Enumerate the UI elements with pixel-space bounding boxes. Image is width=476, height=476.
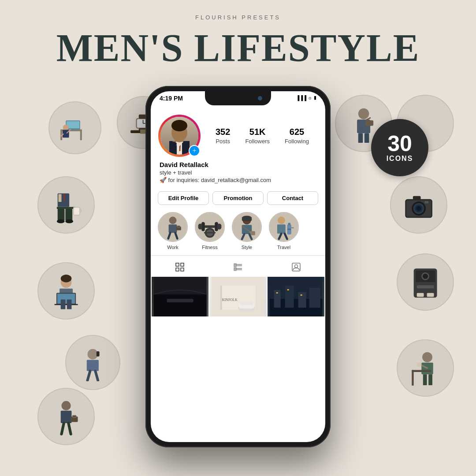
svg-rect-137 (176, 268, 179, 271)
action-buttons: Edit Profile Promotion Contact (151, 188, 325, 208)
svg-rect-160 (285, 286, 294, 308)
svg-line-86 (88, 371, 90, 380)
svg-rect-84 (97, 351, 100, 357)
svg-point-127 (278, 216, 285, 224)
highlight-work[interactable]: Work (158, 212, 188, 250)
profile-header: + 352 Posts 51K Followers 625 (151, 111, 325, 159)
phone-mockup: 4:19 PM ▐▐▐ ⌾ ▮ (145, 86, 331, 447)
badge-text: ICONS (387, 155, 413, 163)
phone-notch (205, 91, 271, 105)
svg-rect-79 (72, 415, 76, 417)
svg-rect-51 (413, 196, 421, 200)
following-count: 625 (285, 127, 309, 137)
svg-rect-138 (181, 268, 184, 271)
bio-name: David Retallack (160, 161, 316, 168)
highlight-style[interactable]: Style (232, 212, 262, 250)
svg-point-76 (61, 401, 71, 410)
photo-cell-2: KINFOLK (209, 277, 266, 316)
svg-point-5 (63, 125, 69, 131)
svg-rect-65 (61, 299, 66, 309)
status-icons: ▐▐▐ ⌾ ▮ (296, 95, 316, 100)
svg-point-50 (416, 206, 421, 211)
circle-coffee-machine (397, 253, 454, 311)
svg-point-68 (422, 352, 432, 362)
battery-icon: ▮ (314, 95, 316, 100)
highlight-style-label: Style (242, 245, 252, 250)
svg-rect-66 (67, 299, 72, 309)
tab-grid[interactable] (151, 260, 209, 274)
svg-point-95 (171, 120, 187, 131)
svg-rect-163 (276, 292, 278, 294)
photo-grid: KINFOLK (151, 277, 325, 316)
highlight-work-circle (158, 212, 188, 242)
tab-bar (151, 255, 325, 277)
svg-rect-131 (287, 229, 291, 230)
svg-rect-44 (74, 208, 79, 215)
svg-rect-143 (234, 264, 236, 267)
contact-button[interactable]: Contact (267, 191, 318, 205)
phone-frame: 4:19 PM ▐▐▐ ⌾ ▮ (145, 86, 331, 447)
circle-outfit (37, 176, 95, 234)
avatar-wrapper: + (160, 116, 199, 156)
promotion-button[interactable]: Promotion (212, 191, 264, 205)
svg-rect-2 (80, 130, 82, 140)
svg-rect-83 (87, 360, 99, 371)
svg-line-80 (61, 423, 63, 434)
highlight-travel-label: Travel (277, 245, 290, 250)
svg-rect-135 (176, 263, 179, 266)
circle-man-laptop (37, 262, 95, 320)
svg-rect-31 (365, 120, 373, 126)
following-stat: 625 Following (285, 127, 309, 145)
svg-rect-58 (417, 293, 424, 297)
edit-profile-button[interactable]: Edit Profile (158, 191, 209, 205)
svg-rect-128 (277, 224, 286, 234)
svg-point-82 (88, 349, 98, 360)
svg-point-146 (295, 265, 298, 268)
svg-rect-75 (428, 374, 432, 385)
highlight-style-circle (232, 212, 262, 242)
svg-rect-34 (364, 133, 369, 143)
highlight-travel-circle (269, 212, 299, 242)
svg-rect-156 (240, 301, 253, 305)
camera-dot (258, 96, 262, 100)
svg-rect-148 (154, 294, 207, 316)
list-icon (233, 262, 243, 272)
svg-rect-162 (309, 288, 320, 308)
svg-rect-38 (57, 207, 75, 208)
circle-camera (390, 176, 447, 234)
svg-rect-33 (358, 133, 363, 143)
svg-rect-111 (198, 223, 202, 229)
svg-point-42 (65, 219, 73, 223)
posts-count: 352 (216, 127, 230, 137)
wifi-icon: ⌾ (309, 95, 312, 100)
svg-rect-39 (58, 209, 65, 220)
tab-profile[interactable] (267, 260, 325, 274)
svg-rect-52 (424, 201, 428, 203)
svg-rect-57 (417, 285, 434, 288)
svg-point-67 (61, 275, 72, 283)
svg-rect-165 (300, 294, 302, 296)
tab-list[interactable] (209, 260, 267, 274)
photo-cell-3 (268, 277, 324, 316)
svg-rect-36 (58, 194, 61, 202)
highlight-travel[interactable]: Travel (269, 212, 299, 250)
svg-rect-144 (234, 268, 236, 271)
highlight-fitness[interactable]: Fitness (195, 212, 225, 250)
signal-icon: ▐▐▐ (296, 95, 306, 100)
badge-number: 30 (387, 133, 412, 155)
svg-rect-109 (204, 225, 216, 228)
svg-rect-113 (217, 223, 221, 229)
svg-rect-125 (242, 218, 252, 221)
highlight-work-label: Work (167, 245, 178, 250)
bio-tagline: style + travel (160, 169, 316, 176)
circle-man-walking (37, 388, 95, 445)
followers-label: Followers (245, 138, 270, 145)
highlights-row: Work (151, 208, 325, 255)
svg-rect-149 (167, 299, 193, 302)
svg-point-29 (358, 108, 369, 119)
svg-rect-103 (169, 224, 177, 233)
avatar-plus-button[interactable]: + (189, 145, 200, 156)
svg-rect-40 (65, 209, 72, 220)
svg-rect-70 (412, 370, 431, 372)
svg-point-41 (57, 219, 65, 223)
